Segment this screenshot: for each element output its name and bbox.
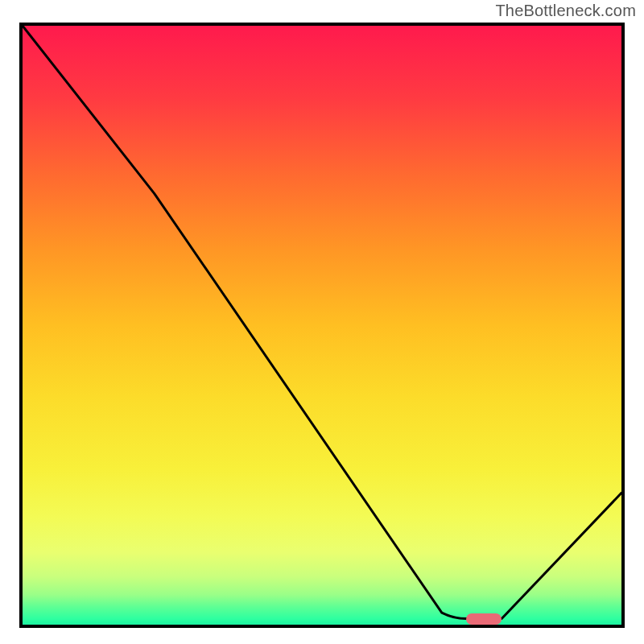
bottleneck-curve: [23, 26, 621, 625]
curve-path: [23, 26, 621, 619]
chart-container: TheBottleneck.com: [0, 0, 644, 644]
plot-area: [19, 23, 625, 628]
watermark-text: TheBottleneck.com: [495, 2, 636, 20]
optimal-marker: [466, 613, 502, 625]
